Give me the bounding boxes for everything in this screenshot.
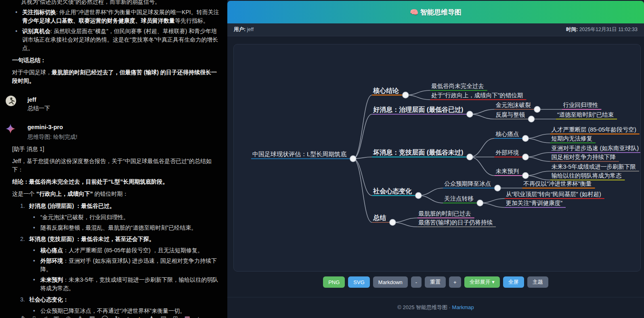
mindmap-link (470, 138, 494, 157)
reset-button[interactable]: 重置 (425, 276, 446, 288)
zoom-out-button[interactable]: - (411, 276, 422, 288)
user-label: 用户: (234, 27, 245, 32)
sub-bullet-item: •公众预期已降至冰点，不再通过“冲进世界杯”来衡量一切。 (12, 307, 219, 315)
fullscreen-button[interactable]: 全屏 (503, 276, 524, 288)
clock-icon[interactable]: ◷ (66, 315, 71, 318)
assistant-message-tail: 其视为“偿还历史欠债”的必然过程，而非新的崩盘信号。•关注指标切换: 停止用“冲… (12, 0, 219, 85)
user-message-text: 总结一下 (27, 104, 219, 113)
mindmap-node-label: 短期内无法修复 (551, 135, 592, 142)
mindmap-canvas[interactable]: 中国足球现状评估：L型长周期筑底核心结论最低谷尚未完全过去处于“行政向上，成绩向… (234, 44, 640, 271)
paragraph: 结论：最低谷尚未完全过去，目前处于“L型”长周期筑底阶段。 (12, 178, 219, 186)
grid-icon[interactable]: ▦ (89, 315, 95, 318)
mindmap-node-label: 最痛苦(输球)的日子仍将持续 (418, 219, 493, 226)
assistant-message: gemini-3-pro 思维导图: 绘制完成! [助手 消息 1]Jeff，基… (12, 123, 219, 318)
mindmap-toggle-circle[interactable] (522, 154, 529, 160)
paragraph: 对于中国足球，最肮脏的时刻已经过去了，但最痛苦 (输球) 的日子还得持续很长一段… (12, 68, 219, 85)
mindmap-link (525, 176, 550, 180)
mindmap-node-label: 不再仅以“冲进世界杯”衡量 (523, 180, 592, 187)
numbered-item: 2.坏消息 (竞技层面) ：最低谷未过，甚至还会下探。 (12, 235, 219, 243)
mindmap-toggle-circle[interactable] (528, 116, 534, 122)
circle-icon[interactable]: ◯ (101, 315, 108, 318)
mindmap-node-label: 行业回归理性 (563, 102, 598, 108)
mindmap-toggle-circle[interactable] (350, 156, 356, 162)
assistant-message-body: [助手 消息 1]Jeff，基于您提供的这份深度整合报告，关于“中国足球最低谷是… (12, 145, 219, 318)
assistant-status: 思维导图: 绘制完成! (27, 133, 219, 141)
mindmap-node-label: 最肮脏的时刻已过去 (418, 210, 471, 217)
mindmap-toggle-circle[interactable] (534, 107, 540, 113)
mindmap-link (525, 171, 550, 176)
pencil-icon[interactable]: ✎ (21, 315, 26, 318)
paragraph: [助手 消息 1] (12, 145, 219, 153)
mindmap-link (353, 159, 372, 222)
mindmap-toggle-circle[interactable] (522, 173, 529, 179)
mindmap-node-label: 更加关注“青训健康度” (506, 200, 562, 206)
mindmap-node-label: 好消息：治理层面 (最低谷已过) (373, 106, 463, 113)
theme-button[interactable]: 主题 (527, 276, 548, 288)
user-avatar[interactable] (6, 96, 16, 106)
mindmap-toggle-circle[interactable] (467, 111, 473, 117)
bookmark-icon[interactable]: ▲ (136, 315, 143, 318)
bullet-item: •关注指标切换: 停止用“冲进世界杯”作为衡量中国足球发展的唯一KPI。转而关注… (12, 8, 219, 25)
mindmap-toggle-circle[interactable] (522, 136, 529, 142)
mindmap-link (392, 218, 417, 222)
mindmap-link (525, 134, 550, 138)
mindmap-toggle-circle[interactable] (467, 154, 473, 160)
home-icon[interactable]: ⌂ (126, 315, 130, 318)
mindmap-canvas-container: 中国足球现状评估：L型长周期筑底核心结论最低谷尚未完全过去处于“行政向上，成绩向… (233, 44, 641, 272)
mindmap-node-label: 从“职业顶层”转向“民间基层” (如村超) (506, 191, 601, 197)
mindmap-node-label: 处于“行政向上，成绩向下”的错位期 (431, 92, 523, 98)
composer-toolbar: ✎▯◁▣◷⚓▦◯↻⌂▲♟▤⊞▩+ (21, 315, 200, 318)
mindmap-link (418, 196, 443, 203)
footer-text: © 2025 智能思维导图 · (397, 304, 451, 310)
app-header: 🧠 智能思维导图 (227, 1, 644, 23)
expand-all-button[interactable]: 全部展开 ▾ (464, 276, 500, 288)
chat-panel: 其视为“偿还历史欠债”的必然过程，而非新的崩盘信号。•关注指标切换: 停止用“冲… (0, 0, 227, 318)
apps-icon[interactable]: ⊞ (173, 315, 178, 318)
mindmap-node-label: 外部环境 (495, 149, 519, 156)
markmap-link[interactable]: Markmap (452, 304, 474, 310)
mindmap-link (525, 157, 550, 161)
mindmap-toggle-circle[interactable] (477, 200, 483, 206)
footer: © 2025 智能思维导图 · Markmap (227, 297, 644, 311)
mindmap-toggle-circle[interactable] (403, 92, 409, 98)
mindmap-toggle-circle[interactable] (495, 185, 501, 191)
export-svg-button[interactable]: SVG (348, 276, 369, 288)
speaker-icon[interactable]: ◁ (42, 315, 47, 318)
zoom-in-button[interactable]: + (449, 276, 461, 288)
numbered-item: 3.社会心态变化： (12, 295, 219, 304)
export-png-button[interactable]: PNG (323, 276, 345, 288)
gallery-icon[interactable]: ▩ (185, 315, 190, 318)
mindmap-node-label: 亚洲对手进步迅速 (如东南亚球队) (551, 145, 639, 151)
mindmap-node-label: 未来预判 (495, 168, 519, 174)
plus-icon[interactable]: + (197, 315, 200, 318)
mindmap-link (525, 153, 550, 157)
image-icon[interactable]: ▣ (53, 315, 59, 318)
person-icon[interactable]: ♟ (149, 315, 154, 318)
paragraph: 其视为“偿还历史欠债”的必然过程，而非新的崩盘信号。 (12, 0, 219, 6)
app-title: 🧠 智能思维导图 (410, 8, 461, 17)
sub-bullet-item: •“金元泡沫”已破裂，行业回归理性。 (12, 213, 219, 222)
user-message: jeff 总结一下 (12, 96, 219, 113)
mindmap-node-label: 总结 (373, 214, 386, 221)
bullet-marker: • (15, 8, 17, 17)
sub-bullet-item: •随着反腐和整顿，最混乱、最肮脏的“道德至暗时刻”已经结束。 (12, 224, 219, 232)
mindmap-node-label: 反腐与整顿 (495, 111, 525, 118)
refresh-icon[interactable]: ↻ (115, 315, 120, 318)
user-name: jeff (27, 96, 219, 104)
anchor-icon[interactable]: ⚓ (78, 315, 83, 318)
mindmap-node-label: 关注点转移 (444, 195, 474, 202)
sub-bullet-item: •核心痛点：人才严重断层 (85-05年龄段亏空) ，且无法短期修复。 (12, 246, 219, 255)
bullet-marker: • (33, 213, 35, 222)
mindmap-link (353, 95, 372, 159)
paragraph: 一句话总结： (12, 56, 219, 65)
mindmap-node-label: 金元泡沫破裂 (495, 102, 531, 108)
export-markdown-button[interactable]: Markdown (373, 276, 408, 288)
list-number: 3. (20, 295, 25, 304)
assistant-name: gemini-3-pro (27, 123, 219, 132)
file-icon[interactable]: ▤ (161, 315, 166, 318)
mindmap-panel: 🧠 智能思维导图 用户: jeff 时间: 2025年12月31日 11:02:… (227, 0, 644, 318)
mindmap-toggle-circle[interactable] (390, 220, 396, 226)
sub-bullet-item: •外部环境：亚洲对手 (如东南亚球队) 进步迅速，国足相对竞争力持续下降。 (12, 257, 219, 274)
mindmap-toggle-circle[interactable] (415, 192, 422, 199)
trash-icon[interactable]: ▯ (33, 315, 36, 318)
